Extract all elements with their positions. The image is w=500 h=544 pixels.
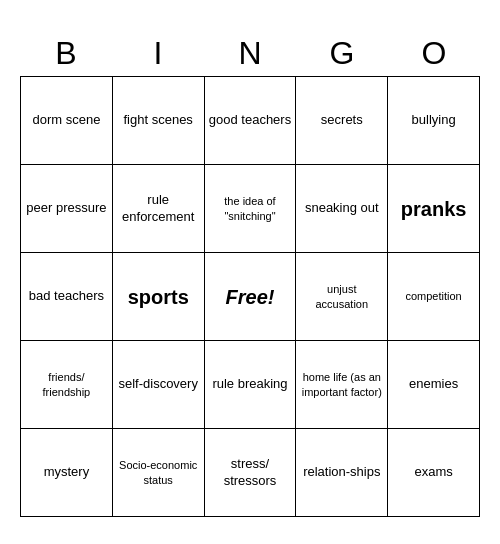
bingo-cell-2: good teachers — [205, 77, 297, 165]
bingo-cell-16: self-discovery — [113, 341, 205, 429]
bingo-cell-9: pranks — [388, 165, 480, 253]
bingo-cell-14: competition — [388, 253, 480, 341]
bingo-cell-17: rule breaking — [205, 341, 297, 429]
header-letter-b: B — [20, 35, 112, 72]
bingo-cell-3: secrets — [296, 77, 388, 165]
bingo-cell-15: friends/ friendship — [21, 341, 113, 429]
bingo-cell-12: Free! — [205, 253, 297, 341]
header-letter-n: N — [204, 35, 296, 72]
bingo-cell-20: mystery — [21, 429, 113, 517]
header-letter-i: I — [112, 35, 204, 72]
header-letter-g: G — [296, 35, 388, 72]
bingo-cell-24: exams — [388, 429, 480, 517]
bingo-cell-18: home life (as an important factor) — [296, 341, 388, 429]
bingo-cell-21: Socio-economic status — [113, 429, 205, 517]
bingo-cell-6: rule enforcement — [113, 165, 205, 253]
bingo-cell-8: sneaking out — [296, 165, 388, 253]
bingo-cell-7: the idea of "snitching" — [205, 165, 297, 253]
bingo-cell-5: peer pressure — [21, 165, 113, 253]
bingo-cell-4: bullying — [388, 77, 480, 165]
bingo-cell-0: dorm scene — [21, 77, 113, 165]
bingo-grid: dorm scenefight scenesgood teacherssecre… — [20, 76, 480, 517]
bingo-cell-22: stress/ stressors — [205, 429, 297, 517]
bingo-card: BINGO dorm scenefight scenesgood teacher… — [20, 27, 480, 517]
bingo-header: BINGO — [20, 27, 480, 76]
header-letter-o: O — [388, 35, 480, 72]
bingo-cell-19: enemies — [388, 341, 480, 429]
bingo-cell-11: sports — [113, 253, 205, 341]
bingo-cell-1: fight scenes — [113, 77, 205, 165]
bingo-cell-10: bad teachers — [21, 253, 113, 341]
bingo-cell-13: unjust accusation — [296, 253, 388, 341]
bingo-cell-23: relation-ships — [296, 429, 388, 517]
